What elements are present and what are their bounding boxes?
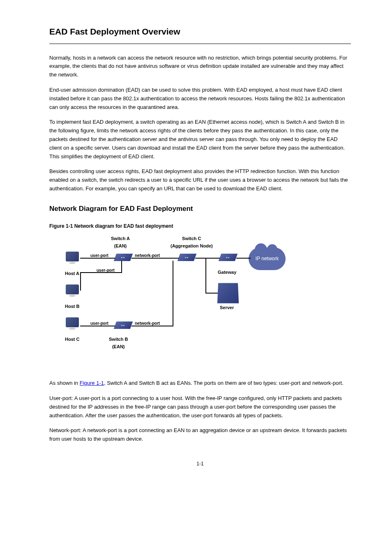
gateway-icon — [220, 254, 236, 264]
intro-paragraph-4: Besides controlling user access rights, … — [49, 167, 351, 193]
page-number: 1-1 — [49, 460, 351, 468]
switch-a-icon — [115, 254, 131, 264]
intro-paragraph-2: End-user admission domination (EAD) can … — [49, 86, 351, 111]
host-a-icon — [66, 252, 81, 266]
intro-paragraph-1: Normally, hosts in a network can access … — [49, 54, 351, 79]
server-label: Server — [220, 304, 234, 312]
switch-c-label: Switch C(Aggregation Node) — [171, 235, 213, 250]
page-title: EAD Fast Deployment Overview — [49, 25, 351, 39]
host-b-icon — [66, 284, 81, 299]
switch-b-icon — [115, 321, 131, 332]
bullet-network-port: Network-port: A network-port is a port c… — [49, 426, 351, 444]
section-heading: Network Diagram for EAD Fast Deployment — [49, 203, 351, 214]
server-icon — [217, 283, 239, 303]
title-divider — [49, 44, 351, 44]
host-c-icon — [66, 317, 81, 332]
switch-a-label: Switch A(EAN) — [111, 235, 130, 250]
cloud-icon: IP network — [249, 247, 286, 270]
diagram-description: As shown in Figure 1-1, Switch A and Swi… — [49, 379, 351, 388]
host-b-label: Host B — [65, 303, 79, 310]
bullet-user-port: User-port: A user-port is a port connect… — [49, 394, 351, 420]
figure-container: Figure 1-1 Network diagram for EAD fast … — [49, 222, 351, 371]
figure-link[interactable]: Figure 1-1 — [80, 380, 104, 386]
intro-paragraph-3: To implement fast EAD deployment, a swit… — [49, 118, 351, 161]
host-a-label: Host A — [65, 270, 79, 278]
host-c-label: Host C — [65, 336, 79, 343]
network-diagram: Switch A(EAN) Switch C(Aggregation Node)… — [58, 235, 304, 371]
figure-caption: Figure 1-1 Network diagram for EAD fast … — [49, 222, 351, 230]
switch-b-label: Switch B(EAN) — [109, 336, 128, 350]
gateway-label: Gateway — [218, 269, 236, 276]
switch-c-icon — [179, 254, 195, 264]
